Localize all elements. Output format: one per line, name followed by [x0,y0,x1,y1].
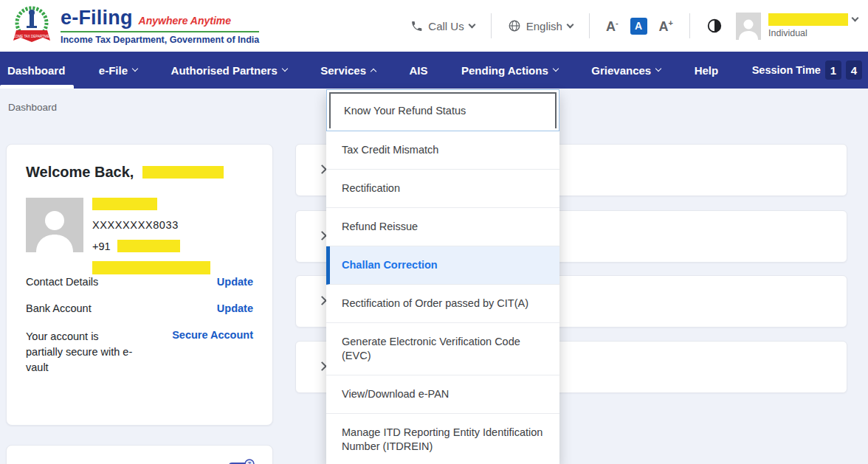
language-label: English [526,20,562,32]
menu-item-challan-correction[interactable]: Challan Correction [326,246,559,285]
income-tax-dept-emblem-icon: INCOME TAX DEPARTMENT [10,5,53,46]
secure-account-link[interactable]: Secure Account [172,329,253,341]
contrast-icon [706,18,723,34]
chevron-up-icon [371,69,376,75]
divider [689,13,690,38]
site-logo[interactable]: INCOME TAX DEPARTMENT e-Filing Anywhere … [10,5,259,46]
font-decrease-button[interactable]: A- [606,19,619,33]
bank-account-label: Bank Account [26,302,92,314]
breadcrumb[interactable]: Dashboard [8,102,57,113]
security-note: Your account is partially secure with e-… [26,329,138,375]
chevron-right-icon [317,231,327,240]
update-bank-link[interactable]: Update [217,302,253,314]
redacted-email [92,261,210,274]
user-profile-menu[interactable]: Individual [736,13,858,40]
redacted-user-name [142,166,224,179]
menu-item-tax-credit-mismatch[interactable]: Tax Credit Mismatch [326,131,559,170]
globe-icon [508,19,521,32]
estimator-title: Income & Tax Estimator [24,459,183,464]
income-tax-estimator-card[interactable]: Income & Tax Estimator ₹ [6,445,273,464]
chevron-down-icon [468,21,475,28]
language-menu[interactable]: English [508,19,573,32]
chevron-down-icon [566,21,574,28]
menu-item-view-download-e-pan[interactable]: View/Download e-PAN [326,375,559,414]
chevron-down-icon [852,15,859,22]
brand-title: e-Filing [61,7,133,30]
menu-item-refund-reissue[interactable]: Refund Reissue [326,208,559,246]
nav-e-file[interactable]: e-File [99,52,137,89]
chevron-right-icon [317,361,327,371]
session-digit: 1 [825,60,841,80]
nav-ais[interactable]: AIS [409,52,427,89]
person-icon [737,16,760,40]
chevron-down-icon [132,66,138,72]
menu-item-know-your-refund-status[interactable]: Know Your Refund Status [329,92,557,128]
menu-item-manage-itdrein[interactable]: Manage ITD Reporting Entity Identificati… [326,414,559,464]
menu-item-rectification[interactable]: Rectification [326,170,559,208]
nav-dashboard[interactable]: Dashboard [7,52,65,89]
user-role-label: Individual [768,28,858,38]
phone-prefix: +91 [92,240,111,252]
svg-text:INCOME TAX DEPARTMENT: INCOME TAX DEPARTMENT [10,35,53,38]
redacted-user-name [768,13,848,26]
redacted-pan [92,198,157,210]
chevron-down-icon [655,66,661,72]
main-navbar: Dashboard e-File Authorised Partners Ser… [0,52,868,89]
chevron-down-icon [282,66,288,72]
masked-pan: XXXXXXXX8033 [92,219,210,231]
chevron-right-icon [317,165,327,174]
nav-grievances[interactable]: Grievances [591,52,661,89]
menu-item-rectification-of-order-cit-a[interactable]: Rectification of Order passed by CIT(A) [326,285,559,323]
services-dropdown-menu: Know Your Refund Status Tax Credit Misma… [326,89,559,464]
divider [491,13,492,38]
top-header: INCOME TAX DEPARTMENT e-Filing Anywhere … [0,0,868,52]
nav-services[interactable]: Services [320,52,376,89]
welcome-card: Welcome Back, XXXXXXXX8033 +91 Contact D… [6,144,273,426]
nav-help[interactable]: Help [695,52,719,89]
logo-divider [61,31,259,32]
divider [589,13,590,38]
contrast-toggle-button[interactable] [706,18,723,34]
svg-text:₹: ₹ [247,461,251,464]
call-us-label: Call Us [428,20,464,32]
session-time-label: Session Time [752,64,821,76]
font-increase-button[interactable]: A+ [659,19,673,33]
call-us-menu[interactable]: Call Us [410,20,474,32]
chevron-right-icon [317,296,327,305]
chevron-down-icon [553,66,559,72]
calculator-icon: ₹ [228,459,255,464]
contact-details-label: Contact Details [26,276,98,288]
welcome-title: Welcome Back, [26,164,134,181]
session-timer: Session Time 1 4 [752,60,862,80]
update-contact-link[interactable]: Update [217,276,253,288]
brand-tagline: Anywhere Anytime [139,15,232,27]
session-digit: 4 [846,60,862,80]
font-normal-button[interactable]: A [630,18,647,35]
phone-icon [410,20,423,32]
user-avatar [736,13,761,40]
org-subtitle: Income Tax Department, Government of Ind… [61,35,259,45]
nav-pending-actions[interactable]: Pending Actions [461,52,558,89]
focused-item-wrapper: Know Your Refund Status [326,89,559,131]
profile-avatar [26,198,83,252]
person-icon [30,204,79,252]
nav-authorised-partners[interactable]: Authorised Partners [171,52,287,89]
redacted-phone [117,240,180,252]
menu-item-generate-evc[interactable]: Generate Electronic Verification Code (E… [326,323,559,375]
